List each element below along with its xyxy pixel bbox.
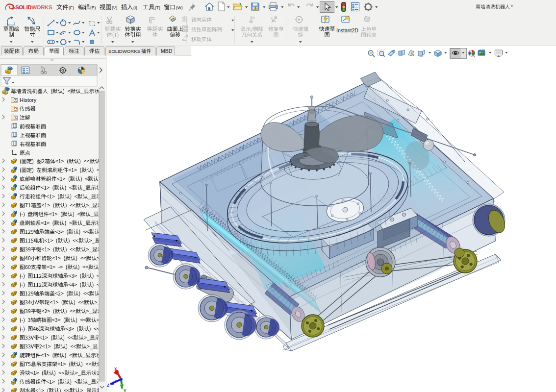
svg-text:Instant2D: Instant2D [336,27,358,33]
svg-text:(I): (I) [133,5,137,10]
svg-text:(F): (F) [69,5,74,10]
svg-text:History: History [20,97,37,103]
svg-text:(V): (V) [112,5,118,10]
svg-text:(W): (W) [176,5,183,10]
svg-text:*: * [511,4,513,10]
svg-text:x: x [114,366,117,371]
svg-text:y: y [124,388,126,392]
svg-text:SOLIDWORKS: SOLIDWORKS [108,49,140,54]
svg-text:MBD: MBD [161,48,173,54]
svg-text:z: z [107,382,109,388]
svg-text:(T): (T) [155,5,160,10]
svg-text:(E): (E) [90,5,96,10]
svg-text:!: ! [255,7,256,10]
svg-text:SOLIDWORKS: SOLIDWORKS [15,4,52,10]
